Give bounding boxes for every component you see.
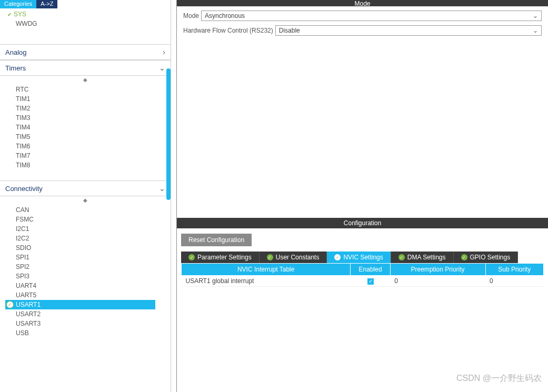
sidebar-item-spi3[interactable]: SPI3 (0, 272, 171, 281)
sidebar-item-usart1[interactable]: ✓USART1 (5, 300, 155, 309)
section-label: Connectivity (5, 185, 43, 193)
chevron-down-icon: ⌄ (159, 184, 165, 193)
table-row[interactable]: USART1 global interrupt✓00 (182, 276, 544, 287)
cell-enabled[interactable]: ✓ (351, 276, 390, 287)
section-connectivity[interactable]: Connectivity ⌄ (0, 180, 171, 196)
sidebar-item-label: USART3 (16, 320, 41, 327)
mode-select[interactable]: Asynchronous ⌄ (201, 11, 542, 21)
sidebar-item-tim2[interactable]: TIM2 (0, 104, 171, 113)
main-panel: Mode Mode Asynchronous ⌄ Hardware Flow C… (176, 0, 548, 392)
check-icon: ✓ (334, 254, 341, 260)
th-sub: Sub Priority (485, 264, 544, 276)
sidebar-item-sys[interactable]: ✔ SYS (0, 9, 171, 19)
sidebar-item-label: FSMC (16, 216, 34, 223)
tab-a-to-z[interactable]: A->Z (36, 0, 57, 8)
section-label: Timers (5, 64, 26, 72)
sidebar-item-label: CAN (16, 206, 29, 214)
sidebar-item-i2c2[interactable]: I2C2 (0, 234, 171, 243)
sidebar-item-tim4[interactable]: TIM4 (0, 123, 171, 132)
sidebar-item-uart5[interactable]: UART5 (0, 290, 171, 300)
sidebar-item-spi1[interactable]: SPI1 (0, 253, 171, 262)
tab-nvic-settings[interactable]: ✓NVIC Settings (327, 252, 391, 263)
th-interrupt: NVIC Interrupt Table (182, 264, 351, 276)
sidebar-item-label: SPI1 (16, 254, 29, 261)
check-icon: ✓ (188, 254, 195, 260)
check-icon: ✓ (6, 301, 14, 308)
sidebar-item-usb[interactable]: USB (0, 328, 171, 338)
cell-sub[interactable]: 0 (485, 276, 544, 287)
sidebar-item-label: SDIO (16, 244, 31, 252)
nvic-table: NVIC Interrupt Table Enabled Preemption … (181, 263, 544, 287)
sidebar-item-tim7[interactable]: TIM7 (0, 151, 171, 160)
cell-interrupt: USART1 global interrupt (182, 276, 351, 287)
tab-categories[interactable]: Categories (0, 0, 36, 8)
sidebar-item-usart3[interactable]: USART3 (0, 319, 171, 328)
tab-user-constants[interactable]: ✓User Constants (260, 252, 327, 263)
sidebar-item-uart4[interactable]: UART4 (0, 281, 171, 290)
reset-configuration-button[interactable]: Reset Configuration (181, 234, 252, 246)
chevron-down-icon: ⌄ (159, 64, 165, 72)
sidebar-item-label: SPI2 (16, 263, 29, 270)
check-icon: ✓ (267, 254, 273, 260)
sidebar-item-can[interactable]: CAN (0, 205, 171, 215)
sidebar-item-label: USB (16, 329, 29, 337)
sidebar-item-label: USART2 (16, 310, 41, 318)
mode-label: Mode (183, 12, 199, 19)
sidebar-item-label: UART5 (16, 292, 36, 299)
section-timers[interactable]: Timers ⌄ (0, 60, 171, 75)
sidebar-item-tim3[interactable]: TIM3 (0, 113, 171, 123)
tab-dma-settings[interactable]: ✓DMA Settings (391, 252, 454, 263)
chevron-down-icon: ⌄ (533, 12, 538, 19)
cell-preempt[interactable]: 0 (390, 276, 485, 287)
sidebar-item-label: I2C1 (16, 225, 29, 233)
config-header: Configuration (177, 218, 548, 228)
sidebar-item-wwdg[interactable]: WWDG (0, 19, 171, 28)
mode-select-value: Asynchronous (205, 12, 245, 19)
sort-icon[interactable]: ◆ (0, 76, 171, 84)
th-enabled: Enabled (351, 264, 390, 276)
section-label: Analog (5, 48, 26, 56)
section-analog[interactable]: Analog › (0, 45, 171, 60)
sidebar-item-usart2[interactable]: USART2 (0, 309, 171, 319)
sidebar-item-label: USART1 (16, 301, 41, 308)
flow-select-value: Disable (279, 27, 300, 34)
check-icon: ✓ (398, 254, 405, 260)
checkbox-icon[interactable]: ✓ (367, 278, 374, 285)
sort-icon[interactable]: ◆ (0, 196, 171, 204)
scrollbar[interactable] (166, 68, 171, 200)
sidebar-item-tim6[interactable]: TIM6 (0, 142, 171, 151)
sidebar-item-tim5[interactable]: TIM5 (0, 132, 171, 142)
check-icon: ✔ (7, 12, 12, 17)
chevron-down-icon: ⌄ (533, 27, 538, 34)
tab-parameter-settings[interactable]: ✓Parameter Settings (181, 252, 260, 263)
sidebar: Categories A->Z ✔ SYS WWDG Analog › Time… (0, 0, 171, 392)
sidebar-item-tim1[interactable]: TIM1 (0, 94, 171, 104)
watermark: CSDN @一介野生码农 (456, 373, 542, 384)
flow-label: Hardware Flow Control (RS232) (183, 27, 273, 34)
sidebar-item-tim8[interactable]: TIM8 (0, 160, 171, 170)
flow-select[interactable]: Disable ⌄ (275, 25, 542, 36)
sidebar-item-label: I2C2 (16, 235, 29, 242)
sidebar-item-label: SPI3 (16, 273, 29, 280)
tab-gpio-settings[interactable]: ✓GPIO Settings (454, 252, 519, 263)
check-icon: ✓ (461, 254, 467, 260)
sidebar-item-label: SYS (14, 11, 26, 18)
sidebar-item-label: UART4 (16, 282, 36, 289)
th-preempt: Preemption Priority (390, 264, 485, 276)
sidebar-item-sdio[interactable]: SDIO (0, 243, 171, 253)
sidebar-item-rtc[interactable]: RTC (0, 85, 171, 94)
sidebar-item-i2c1[interactable]: I2C1 (0, 224, 171, 234)
mode-header: Mode (177, 0, 548, 6)
chevron-right-icon: › (163, 48, 165, 56)
sidebar-item-spi2[interactable]: SPI2 (0, 262, 171, 272)
sidebar-item-fsmc[interactable]: FSMC (0, 215, 171, 224)
